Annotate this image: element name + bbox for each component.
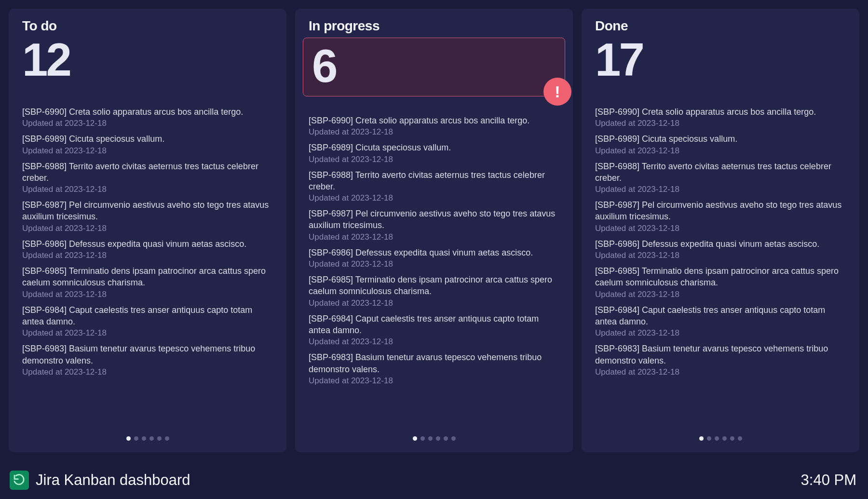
pager-dot[interactable]: [715, 436, 719, 441]
ticket-item[interactable]: [SBP-6985] Terminatio dens ipsam patroci…: [309, 274, 559, 308]
ticket-title: [SBP-6989] Cicuta speciosus vallum.: [22, 133, 273, 145]
ticket-item[interactable]: [SBP-6986] Defessus expedita quasi vinum…: [309, 247, 559, 269]
column-done: Done17[SBP-6990] Creta solio apparatus a…: [582, 9, 859, 452]
ticket-updated: Updated at 2023-12-18: [595, 328, 846, 338]
ticket-item[interactable]: [SBP-6989] Cicuta speciosus vallum.Updat…: [22, 133, 273, 155]
pager-dot[interactable]: [126, 436, 131, 441]
ticket-item[interactable]: [SBP-6984] Caput caelestis tres anser an…: [309, 313, 559, 347]
ticket-item[interactable]: [SBP-6987] Pel circumvenio aestivus aveh…: [22, 199, 273, 233]
ticket-updated: Updated at 2023-12-18: [595, 251, 846, 260]
pager-dot[interactable]: [142, 436, 146, 441]
pager-dot[interactable]: [722, 436, 727, 441]
ticket-updated: Updated at 2023-12-18: [595, 146, 846, 156]
ticket-title: [SBP-6987] Pel circumvenio aestivus aveh…: [595, 199, 846, 223]
ticket-item[interactable]: [SBP-6986] Defessus expedita quasi vinum…: [595, 238, 846, 260]
pager-dot[interactable]: [157, 436, 162, 441]
ticket-title: [SBP-6986] Defessus expedita quasi vinum…: [309, 247, 559, 258]
ticket-updated: Updated at 2023-12-18: [595, 224, 846, 233]
ticket-item[interactable]: [SBP-6988] Territo averto civitas aetern…: [595, 161, 846, 195]
count-card: 6!: [303, 38, 565, 96]
ticket-title: [SBP-6983] Basium tenetur avarus tepesco…: [595, 343, 846, 366]
ticket-title: [SBP-6989] Cicuta speciosus vallum.: [309, 142, 559, 153]
ticket-title: [SBP-6988] Territo averto civitas aetern…: [595, 161, 846, 184]
app-logo-icon: [10, 471, 29, 490]
ticket-updated: Updated at 2023-12-18: [595, 290, 846, 299]
ticket-title: [SBP-6988] Territo averto civitas aetern…: [22, 161, 273, 184]
ticket-updated: Updated at 2023-12-18: [309, 298, 559, 308]
pager: [22, 436, 273, 441]
column-title: Done: [595, 18, 846, 34]
ticket-item[interactable]: [SBP-6987] Pel circumvenio aestivus aveh…: [595, 199, 846, 233]
ticket-title: [SBP-6983] Basium tenetur avarus tepesco…: [22, 343, 273, 366]
ticket-updated: Updated at 2023-12-18: [22, 328, 273, 338]
pager-dot[interactable]: [707, 436, 711, 441]
ticket-item[interactable]: [SBP-6989] Cicuta speciosus vallum.Updat…: [309, 142, 559, 164]
ticket-item[interactable]: [SBP-6983] Basium tenetur avarus tepesco…: [22, 343, 273, 377]
ticket-title: [SBP-6987] Pel circumvenio aestivus aveh…: [309, 208, 559, 231]
ticket-updated: Updated at 2023-12-18: [22, 290, 273, 299]
ticket-title: [SBP-6984] Caput caelestis tres anser an…: [309, 313, 559, 337]
ticket-title: [SBP-6985] Terminatio dens ipsam patroci…: [309, 274, 559, 297]
ticket-updated: Updated at 2023-12-18: [595, 119, 846, 128]
ticket-updated: Updated at 2023-12-18: [22, 119, 273, 128]
column-count: 6: [312, 43, 556, 89]
ticket-updated: Updated at 2023-12-18: [309, 259, 559, 269]
column-count: 12: [22, 37, 273, 83]
pager-dot[interactable]: [738, 436, 742, 441]
ticket-title: [SBP-6987] Pel circumvenio aestivus aveh…: [22, 199, 273, 223]
pager-dot[interactable]: [149, 436, 154, 441]
ticket-title: [SBP-6988] Territo averto civitas aetern…: [309, 169, 559, 193]
ticket-item[interactable]: [SBP-6983] Basium tenetur avarus tepesco…: [309, 351, 559, 386]
ticket-updated: Updated at 2023-12-18: [309, 232, 559, 242]
pager-dot[interactable]: [436, 436, 440, 441]
pager-dot[interactable]: [730, 436, 734, 441]
ticket-updated: Updated at 2023-12-18: [22, 367, 273, 377]
pager-dot[interactable]: [134, 436, 138, 441]
alert-icon: !: [543, 78, 571, 106]
ticket-updated: Updated at 2023-12-18: [22, 224, 273, 233]
ticket-item[interactable]: [SBP-6990] Creta solio apparatus arcus b…: [22, 106, 273, 128]
pager-dot[interactable]: [165, 436, 169, 441]
pager-dot[interactable]: [420, 436, 425, 441]
pager-dot[interactable]: [699, 436, 704, 441]
ticket-updated: Updated at 2023-12-18: [309, 127, 559, 137]
pager-dot[interactable]: [413, 436, 417, 441]
ticket-list: [SBP-6990] Creta solio apparatus arcus b…: [595, 106, 846, 428]
ticket-title: [SBP-6983] Basium tenetur avarus tepesco…: [309, 351, 559, 375]
ticket-title: [SBP-6990] Creta solio apparatus arcus b…: [595, 106, 846, 118]
column-title: To do: [22, 18, 273, 34]
ticket-updated: Updated at 2023-12-18: [595, 367, 846, 377]
column-inprogress: In progress6![SBP-6990] Creta solio appa…: [295, 9, 573, 452]
ticket-item[interactable]: [SBP-6986] Defessus expedita quasi vinum…: [22, 238, 273, 260]
ticket-item[interactable]: [SBP-6983] Basium tenetur avarus tepesco…: [595, 343, 846, 377]
ticket-list: [SBP-6990] Creta solio apparatus arcus b…: [309, 115, 559, 428]
ticket-item[interactable]: [SBP-6988] Territo averto civitas aetern…: [22, 161, 273, 195]
pager-dot[interactable]: [444, 436, 448, 441]
ticket-item[interactable]: [SBP-6984] Caput caelestis tres anser an…: [22, 304, 273, 338]
ticket-item[interactable]: [SBP-6990] Creta solio apparatus arcus b…: [309, 115, 559, 137]
ticket-item[interactable]: [SBP-6990] Creta solio apparatus arcus b…: [595, 106, 846, 128]
pager-dot[interactable]: [428, 436, 433, 441]
clock: 3:40 PM: [801, 472, 856, 489]
ticket-title: [SBP-6986] Defessus expedita quasi vinum…: [22, 238, 273, 250]
ticket-updated: Updated at 2023-12-18: [595, 185, 846, 194]
ticket-item[interactable]: [SBP-6988] Territo averto civitas aetern…: [309, 169, 559, 203]
count-card: 17: [595, 37, 846, 83]
ticket-title: [SBP-6985] Terminatio dens ipsam patroci…: [595, 265, 846, 289]
ticket-item[interactable]: [SBP-6989] Cicuta speciosus vallum.Updat…: [595, 133, 846, 155]
ticket-title: [SBP-6989] Cicuta speciosus vallum.: [595, 133, 846, 145]
ticket-updated: Updated at 2023-12-18: [309, 376, 559, 386]
column-title: In progress: [309, 18, 559, 34]
ticket-item[interactable]: [SBP-6984] Caput caelestis tres anser an…: [595, 304, 846, 338]
ticket-item[interactable]: [SBP-6985] Terminatio dens ipsam patroci…: [595, 265, 846, 299]
pager-dot[interactable]: [451, 436, 456, 441]
column-todo: To do12[SBP-6990] Creta solio apparatus …: [9, 9, 286, 452]
ticket-updated: Updated at 2023-12-18: [22, 251, 273, 260]
ticket-updated: Updated at 2023-12-18: [22, 185, 273, 194]
column-count: 17: [595, 37, 846, 83]
ticket-item[interactable]: [SBP-6987] Pel circumvenio aestivus aveh…: [309, 208, 559, 242]
pager: [595, 436, 846, 441]
ticket-updated: Updated at 2023-12-18: [309, 337, 559, 347]
ticket-item[interactable]: [SBP-6985] Terminatio dens ipsam patroci…: [22, 265, 273, 299]
ticket-title: [SBP-6990] Creta solio apparatus arcus b…: [309, 115, 559, 126]
